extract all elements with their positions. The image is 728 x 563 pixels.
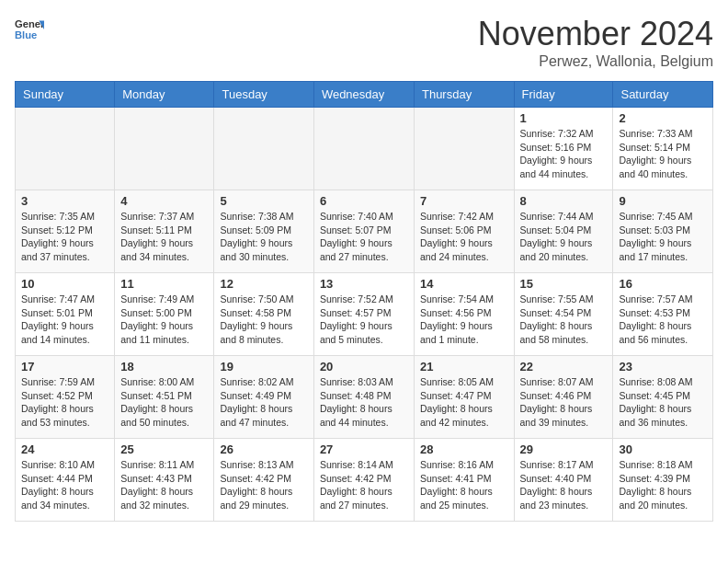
day-number: 9 bbox=[619, 194, 707, 208]
day-info: Sunrise: 7:38 AMSunset: 5:09 PMDaylight:… bbox=[220, 210, 307, 264]
day-number: 27 bbox=[320, 442, 408, 456]
day-number: 14 bbox=[420, 277, 508, 291]
week-row-4: 17Sunrise: 7:59 AMSunset: 4:52 PMDayligh… bbox=[16, 356, 713, 439]
logo-icon: General Blue bbox=[15, 15, 44, 44]
day-number: 28 bbox=[420, 442, 508, 456]
day-number: 20 bbox=[320, 360, 408, 373]
day-cell: 26Sunrise: 8:13 AMSunset: 4:42 PMDayligh… bbox=[214, 439, 313, 522]
weekday-header-friday: Friday bbox=[514, 82, 613, 108]
day-info: Sunrise: 7:44 AMSunset: 5:04 PMDaylight:… bbox=[520, 210, 608, 264]
weekday-header-wednesday: Wednesday bbox=[313, 82, 414, 108]
day-info: Sunrise: 8:00 AMSunset: 4:51 PMDaylight:… bbox=[120, 375, 208, 430]
day-info: Sunrise: 8:13 AMSunset: 4:42 PMDaylight:… bbox=[220, 458, 307, 512]
week-row-1: 1Sunrise: 7:32 AMSunset: 5:16 PMDaylight… bbox=[16, 108, 713, 190]
day-info: Sunrise: 7:35 AMSunset: 5:12 PMDaylight:… bbox=[21, 210, 108, 264]
logo: General Blue bbox=[15, 15, 44, 44]
day-number: 10 bbox=[21, 277, 108, 291]
day-cell: 19Sunrise: 8:02 AMSunset: 4:49 PMDayligh… bbox=[214, 356, 313, 439]
day-cell: 29Sunrise: 8:17 AMSunset: 4:40 PMDayligh… bbox=[514, 439, 613, 522]
day-info: Sunrise: 7:52 AMSunset: 4:57 PMDaylight:… bbox=[320, 293, 408, 347]
svg-text:Blue: Blue bbox=[15, 29, 37, 40]
day-cell: 22Sunrise: 8:07 AMSunset: 4:46 PMDayligh… bbox=[514, 356, 613, 439]
title-section: November 2024 Perwez, Wallonia, Belgium bbox=[478, 15, 713, 70]
page-header: General Blue November 2024 Perwez, Wallo… bbox=[15, 15, 713, 70]
day-info: Sunrise: 8:07 AMSunset: 4:46 PMDaylight:… bbox=[520, 375, 608, 430]
weekday-header-sunday: Sunday bbox=[16, 82, 115, 108]
day-number: 3 bbox=[21, 194, 108, 208]
day-cell: 12Sunrise: 7:50 AMSunset: 4:58 PMDayligh… bbox=[214, 273, 313, 356]
day-number: 11 bbox=[120, 277, 208, 291]
week-row-5: 24Sunrise: 8:10 AMSunset: 4:44 PMDayligh… bbox=[16, 439, 713, 522]
day-info: Sunrise: 7:40 AMSunset: 5:07 PMDaylight:… bbox=[320, 210, 408, 264]
day-cell: 4Sunrise: 7:37 AMSunset: 5:11 PMDaylight… bbox=[115, 190, 214, 273]
day-number: 24 bbox=[21, 442, 108, 456]
day-cell: 16Sunrise: 7:57 AMSunset: 4:53 PMDayligh… bbox=[613, 273, 713, 356]
day-number: 5 bbox=[220, 194, 307, 208]
day-info: Sunrise: 7:50 AMSunset: 4:58 PMDaylight:… bbox=[220, 293, 307, 347]
day-cell: 21Sunrise: 8:05 AMSunset: 4:47 PMDayligh… bbox=[414, 356, 514, 439]
day-cell: 14Sunrise: 7:54 AMSunset: 4:56 PMDayligh… bbox=[414, 273, 514, 356]
day-cell: 25Sunrise: 8:11 AMSunset: 4:43 PMDayligh… bbox=[115, 439, 214, 522]
day-cell: 17Sunrise: 7:59 AMSunset: 4:52 PMDayligh… bbox=[16, 356, 115, 439]
day-number: 16 bbox=[619, 277, 707, 291]
day-info: Sunrise: 8:02 AMSunset: 4:49 PMDaylight:… bbox=[220, 375, 307, 430]
day-info: Sunrise: 8:10 AMSunset: 4:44 PMDaylight:… bbox=[21, 458, 108, 512]
day-info: Sunrise: 8:18 AMSunset: 4:39 PMDaylight:… bbox=[619, 458, 707, 512]
day-cell bbox=[16, 108, 115, 190]
day-info: Sunrise: 8:11 AMSunset: 4:43 PMDaylight:… bbox=[120, 458, 208, 512]
day-cell: 11Sunrise: 7:49 AMSunset: 5:00 PMDayligh… bbox=[115, 273, 214, 356]
day-info: Sunrise: 7:49 AMSunset: 5:00 PMDaylight:… bbox=[120, 293, 208, 347]
day-info: Sunrise: 8:17 AMSunset: 4:40 PMDaylight:… bbox=[520, 458, 608, 512]
day-info: Sunrise: 7:42 AMSunset: 5:06 PMDaylight:… bbox=[420, 210, 508, 264]
day-info: Sunrise: 8:03 AMSunset: 4:48 PMDaylight:… bbox=[320, 375, 408, 430]
day-info: Sunrise: 7:59 AMSunset: 4:52 PMDaylight:… bbox=[21, 375, 108, 430]
week-row-3: 10Sunrise: 7:47 AMSunset: 5:01 PMDayligh… bbox=[16, 273, 713, 356]
day-number: 2 bbox=[619, 111, 707, 125]
day-cell: 18Sunrise: 8:00 AMSunset: 4:51 PMDayligh… bbox=[115, 356, 214, 439]
weekday-header-row: SundayMondayTuesdayWednesdayThursdayFrid… bbox=[16, 82, 713, 108]
day-number: 30 bbox=[619, 442, 707, 456]
day-number: 7 bbox=[420, 194, 508, 208]
day-cell: 24Sunrise: 8:10 AMSunset: 4:44 PMDayligh… bbox=[16, 439, 115, 522]
day-number: 12 bbox=[220, 277, 307, 291]
day-info: Sunrise: 7:33 AMSunset: 5:14 PMDaylight:… bbox=[619, 127, 707, 181]
day-info: Sunrise: 7:45 AMSunset: 5:03 PMDaylight:… bbox=[619, 210, 707, 264]
day-number: 26 bbox=[220, 442, 307, 456]
day-cell: 8Sunrise: 7:44 AMSunset: 5:04 PMDaylight… bbox=[514, 190, 613, 273]
day-number: 15 bbox=[520, 277, 608, 291]
day-cell bbox=[214, 108, 313, 190]
day-number: 29 bbox=[520, 442, 608, 456]
weekday-header-tuesday: Tuesday bbox=[214, 82, 313, 108]
location-title: Perwez, Wallonia, Belgium bbox=[478, 53, 713, 70]
day-info: Sunrise: 7:55 AMSunset: 4:54 PMDaylight:… bbox=[520, 293, 608, 347]
day-info: Sunrise: 7:47 AMSunset: 5:01 PMDaylight:… bbox=[21, 293, 108, 347]
day-number: 22 bbox=[520, 360, 608, 373]
day-info: Sunrise: 8:05 AMSunset: 4:47 PMDaylight:… bbox=[420, 375, 508, 430]
weekday-header-monday: Monday bbox=[115, 82, 214, 108]
day-cell: 13Sunrise: 7:52 AMSunset: 4:57 PMDayligh… bbox=[313, 273, 414, 356]
day-number: 23 bbox=[619, 360, 707, 373]
day-number: 25 bbox=[120, 442, 208, 456]
weekday-header-saturday: Saturday bbox=[613, 82, 713, 108]
day-info: Sunrise: 7:32 AMSunset: 5:16 PMDaylight:… bbox=[520, 127, 608, 181]
day-number: 4 bbox=[120, 194, 208, 208]
day-cell: 5Sunrise: 7:38 AMSunset: 5:09 PMDaylight… bbox=[214, 190, 313, 273]
day-number: 17 bbox=[21, 360, 108, 373]
day-number: 1 bbox=[520, 111, 608, 125]
month-title: November 2024 bbox=[478, 15, 713, 53]
day-cell bbox=[414, 108, 514, 190]
day-cell: 27Sunrise: 8:14 AMSunset: 4:42 PMDayligh… bbox=[313, 439, 414, 522]
calendar-table: SundayMondayTuesdayWednesdayThursdayFrid… bbox=[15, 81, 713, 522]
day-cell: 30Sunrise: 8:18 AMSunset: 4:39 PMDayligh… bbox=[613, 439, 713, 522]
day-cell: 3Sunrise: 7:35 AMSunset: 5:12 PMDaylight… bbox=[16, 190, 115, 273]
day-info: Sunrise: 7:57 AMSunset: 4:53 PMDaylight:… bbox=[619, 293, 707, 347]
day-cell: 9Sunrise: 7:45 AMSunset: 5:03 PMDaylight… bbox=[613, 190, 713, 273]
day-info: Sunrise: 8:08 AMSunset: 4:45 PMDaylight:… bbox=[619, 375, 707, 430]
day-info: Sunrise: 8:16 AMSunset: 4:41 PMDaylight:… bbox=[420, 458, 508, 512]
day-cell: 28Sunrise: 8:16 AMSunset: 4:41 PMDayligh… bbox=[414, 439, 514, 522]
day-cell: 20Sunrise: 8:03 AMSunset: 4:48 PMDayligh… bbox=[313, 356, 414, 439]
day-info: Sunrise: 7:37 AMSunset: 5:11 PMDaylight:… bbox=[120, 210, 208, 264]
day-cell bbox=[313, 108, 414, 190]
day-cell: 15Sunrise: 7:55 AMSunset: 4:54 PMDayligh… bbox=[514, 273, 613, 356]
day-number: 13 bbox=[320, 277, 408, 291]
